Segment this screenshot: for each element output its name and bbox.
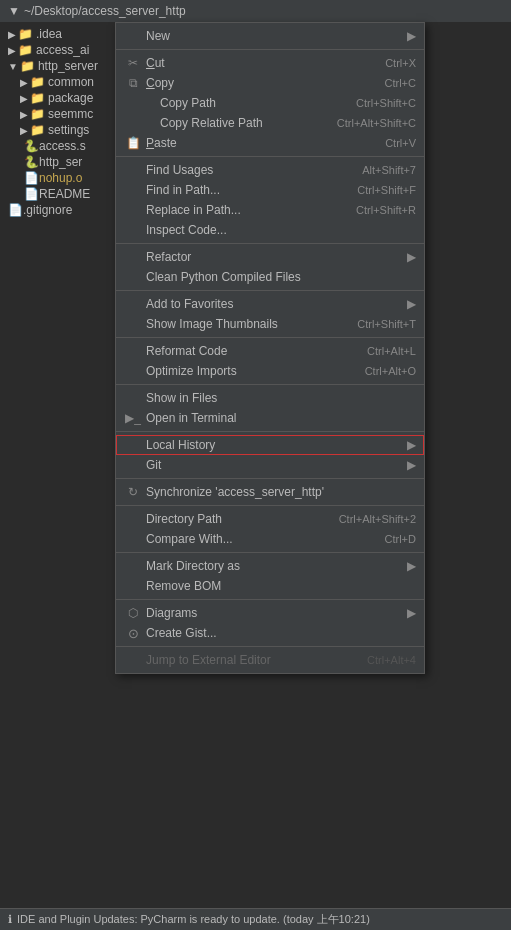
menu-item-copy[interactable]: ⧉ Copy Ctrl+C (116, 73, 424, 93)
separator-3 (116, 243, 424, 244)
menu-item-paste[interactable]: 📋 Paste Ctrl+V (116, 133, 424, 153)
separator-12 (116, 646, 424, 647)
menu-item-find-in-path[interactable]: Find in Path... Ctrl+Shift+F (116, 180, 424, 200)
status-icon: ℹ (8, 913, 12, 926)
menu-item-open-terminal[interactable]: ▶_ Open in Terminal (116, 408, 424, 428)
menu-item-replace-in-path[interactable]: Replace in Path... Ctrl+Shift+R (116, 200, 424, 220)
menu-item-show-thumbnails[interactable]: Show Image Thumbnails Ctrl+Shift+T (116, 314, 424, 334)
menu-item-refactor[interactable]: Refactor ▶ (116, 247, 424, 267)
menu-item-jump-external-editor[interactable]: Jump to External Editor Ctrl+Alt+4 (116, 650, 424, 670)
diagram-icon: ⬡ (124, 606, 142, 620)
separator-1 (116, 49, 424, 50)
separator-8 (116, 478, 424, 479)
separator-4 (116, 290, 424, 291)
separator-9 (116, 505, 424, 506)
cut-icon: ✂ (124, 56, 142, 70)
menu-item-git[interactable]: Git ▶ (116, 455, 424, 475)
title-bar-arrow: ▼ (8, 4, 20, 18)
title-bar-text: ~/Desktop/access_server_http (24, 4, 186, 18)
menu-item-compare-with[interactable]: Compare With... Ctrl+D (116, 529, 424, 549)
menu-item-copy-path[interactable]: Copy Path Ctrl+Shift+C (116, 93, 424, 113)
separator-5 (116, 337, 424, 338)
menu-item-synchronize[interactable]: ↻ Synchronize 'access_server_http' (116, 482, 424, 502)
menu-item-new[interactable]: New ▶ (116, 26, 424, 46)
separator-6 (116, 384, 424, 385)
menu-item-cut[interactable]: ✂ Cut Ctrl+X (116, 53, 424, 73)
menu-item-inspect-code[interactable]: Inspect Code... (116, 220, 424, 240)
status-text: IDE and Plugin Updates: PyCharm is ready… (17, 912, 370, 927)
sync-icon: ↻ (124, 485, 142, 499)
menu-item-directory-path[interactable]: Directory Path Ctrl+Alt+Shift+2 (116, 509, 424, 529)
separator-10 (116, 552, 424, 553)
paste-icon: 📋 (124, 136, 142, 150)
separator-7 (116, 431, 424, 432)
menu-item-reformat-code[interactable]: Reformat Code Ctrl+Alt+L (116, 341, 424, 361)
menu-item-optimize-imports[interactable]: Optimize Imports Ctrl+Alt+O (116, 361, 424, 381)
context-menu: New ▶ ✂ Cut Ctrl+X ⧉ Copy Ctrl+C Copy Pa… (115, 22, 425, 674)
terminal-icon: ▶_ (124, 411, 142, 425)
menu-item-create-gist[interactable]: ⊙ Create Gist... (116, 623, 424, 643)
status-bar: ℹ IDE and Plugin Updates: PyCharm is rea… (0, 908, 511, 930)
menu-item-find-usages[interactable]: Find Usages Alt+Shift+7 (116, 160, 424, 180)
menu-item-diagrams[interactable]: ⬡ Diagrams ▶ (116, 603, 424, 623)
copy-icon: ⧉ (124, 76, 142, 90)
menu-item-clean-python[interactable]: Clean Python Compiled Files (116, 267, 424, 287)
menu-item-add-favorites[interactable]: Add to Favorites ▶ (116, 294, 424, 314)
menu-item-remove-bom[interactable]: Remove BOM (116, 576, 424, 596)
title-bar: ▼ ~/Desktop/access_server_http (0, 0, 511, 22)
separator-2 (116, 156, 424, 157)
menu-item-show-files[interactable]: Show in Files (116, 388, 424, 408)
menu-item-local-history[interactable]: Local History ▶ (116, 435, 424, 455)
menu-item-mark-directory[interactable]: Mark Directory as ▶ (116, 556, 424, 576)
github-icon: ⊙ (124, 626, 142, 641)
menu-item-copy-relative-path[interactable]: Copy Relative Path Ctrl+Alt+Shift+C (116, 113, 424, 133)
separator-11 (116, 599, 424, 600)
